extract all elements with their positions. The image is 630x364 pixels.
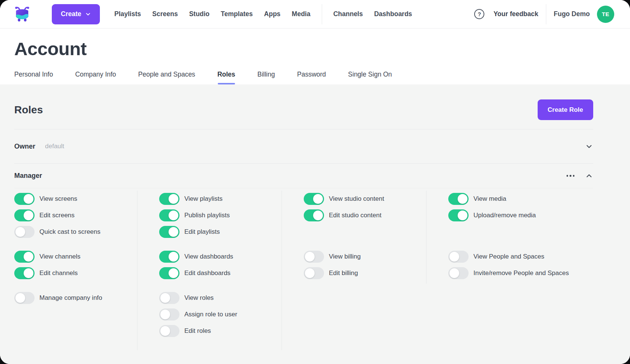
permission-edit-studio-content[interactable]: Edit studio content: [304, 207, 426, 224]
toggle-view-billing[interactable]: [304, 251, 324, 263]
your-feedback-link[interactable]: Your feedback: [493, 10, 538, 18]
role-default-badge: default: [45, 143, 64, 150]
toggle-knob: [449, 252, 459, 262]
nav-divider: [546, 4, 546, 24]
permission-quick-cast-to-screens[interactable]: Quick cast to screens: [14, 224, 137, 240]
permission-view-screens[interactable]: View screens: [14, 191, 137, 207]
toggle-view-media[interactable]: [448, 193, 469, 205]
toggle-view-people-and-spaces[interactable]: [448, 251, 469, 263]
permission-group: View People and Spaces Invite/remove Peo…: [448, 248, 593, 281]
toggle-knob: [313, 194, 323, 204]
workspace-name[interactable]: Fugo Demo: [554, 10, 590, 18]
toggle-view-studio-content[interactable]: [304, 193, 324, 205]
tab-password[interactable]: Password: [297, 71, 326, 84]
role-row-owner[interactable]: Owner default: [14, 129, 593, 163]
page-header: Account Personal InfoCompany InfoPeople …: [0, 29, 630, 84]
tab-people-and-spaces[interactable]: People and Spaces: [138, 71, 195, 84]
permission-label: Edit billing: [329, 269, 358, 277]
permission-view-people-and-spaces[interactable]: View People and Spaces: [448, 248, 593, 265]
permission-column-4: View media Upload/remove media View Peop…: [426, 191, 593, 350]
permission-group: View channels Edit channels: [14, 248, 137, 281]
toggle-edit-studio-content[interactable]: [304, 209, 324, 221]
more-options-icon[interactable]: [566, 173, 576, 179]
permission-edit-playlists[interactable]: Edit playlists: [159, 224, 282, 240]
nav-divider: [322, 4, 322, 24]
nav-link-apps[interactable]: Apps: [264, 10, 280, 18]
toggle-view-dashboards[interactable]: [159, 251, 179, 263]
permission-edit-billing[interactable]: Edit billing: [304, 265, 426, 281]
toggle-assign-role-to-user[interactable]: [159, 308, 179, 320]
permission-edit-roles[interactable]: Edit roles: [159, 323, 282, 339]
permission-view-playlists[interactable]: View playlists: [159, 191, 282, 207]
toggle-knob: [313, 211, 323, 220]
toggle-view-screens[interactable]: [14, 193, 35, 205]
toggle-upload-remove-media[interactable]: [448, 209, 469, 221]
avatar[interactable]: TE: [597, 6, 614, 23]
toggle-quick-cast-to-screens[interactable]: [14, 226, 35, 238]
tab-billing[interactable]: Billing: [258, 71, 275, 84]
toggle-view-roles[interactable]: [159, 292, 179, 304]
toggle-edit-playlists[interactable]: [159, 226, 179, 238]
nav-link-channels[interactable]: Channels: [333, 10, 363, 18]
chevron-down-icon: [85, 11, 91, 17]
permission-view-billing[interactable]: View billing: [304, 248, 426, 265]
page-title: Account: [14, 38, 616, 59]
nav-link-playlists[interactable]: Playlists: [114, 10, 141, 18]
permission-view-media[interactable]: View media: [448, 191, 593, 207]
create-role-button[interactable]: Create Role: [538, 99, 593, 120]
nav-link-studio[interactable]: Studio: [189, 10, 209, 18]
tab-roles[interactable]: Roles: [217, 71, 235, 84]
permission-view-roles[interactable]: View roles: [159, 290, 282, 306]
permission-invite-remove-people-and-spaces[interactable]: Invite/remove People and Spaces: [448, 265, 593, 281]
role-name: Manager: [14, 172, 42, 180]
toggle-edit-screens[interactable]: [14, 209, 35, 221]
permission-label: Publish playlists: [184, 212, 230, 219]
toggle-publish-playlists[interactable]: [159, 209, 179, 221]
permission-publish-playlists[interactable]: Publish playlists: [159, 207, 282, 224]
chevron-up-icon[interactable]: [585, 172, 593, 180]
permission-group: View studio content Edit studio content: [304, 191, 426, 240]
permission-view-studio-content[interactable]: View studio content: [304, 191, 426, 207]
permission-assign-role-to-user[interactable]: Assign role to user: [159, 306, 282, 323]
toggle-edit-billing[interactable]: [304, 267, 324, 279]
permission-label: Upload/remove media: [473, 212, 536, 219]
permission-column-2: View playlists Publish playlists Edit pl…: [137, 191, 282, 350]
toggle-knob: [305, 252, 315, 262]
permission-edit-dashboards[interactable]: Edit dashboards: [159, 265, 282, 281]
tab-company-info[interactable]: Company Info: [75, 71, 116, 84]
toggle-manage-company-info[interactable]: [14, 292, 35, 304]
permission-label: Edit playlists: [184, 228, 220, 236]
permission-group: View playlists Publish playlists Edit pl…: [159, 191, 282, 240]
toggle-edit-channels[interactable]: [14, 267, 35, 279]
tab-single-sign-on[interactable]: Single Sign On: [348, 71, 392, 84]
toggle-edit-roles[interactable]: [159, 325, 179, 337]
nav-link-screens[interactable]: Screens: [152, 10, 178, 18]
account-tabs: Personal InfoCompany InfoPeople and Spac…: [14, 71, 616, 84]
permission-upload-remove-media[interactable]: Upload/remove media: [448, 207, 593, 224]
permission-view-dashboards[interactable]: View dashboards: [159, 248, 282, 265]
permission-group: Manage company info: [14, 290, 137, 306]
toggle-invite-remove-people-and-spaces[interactable]: [448, 267, 469, 279]
create-button[interactable]: Create: [52, 4, 100, 24]
tab-personal-info[interactable]: Personal Info: [14, 71, 53, 84]
permission-label: Assign role to user: [184, 311, 237, 318]
toggle-edit-dashboards[interactable]: [159, 267, 179, 279]
help-icon[interactable]: ?: [474, 9, 484, 19]
create-button-label: Create: [61, 10, 81, 18]
permission-label: Invite/remove People and Spaces: [473, 269, 569, 277]
role-panel-manager: Manager View screens Edit screens Quick …: [14, 163, 593, 350]
role-row-manager[interactable]: Manager: [14, 164, 593, 188]
nav-link-media[interactable]: Media: [292, 10, 310, 18]
toggle-view-channels[interactable]: [14, 251, 35, 263]
role-name: Owner: [14, 143, 35, 150]
permission-manage-company-info[interactable]: Manage company info: [14, 290, 137, 306]
fugo-logo-icon[interactable]: [14, 6, 31, 23]
chevron-down-icon[interactable]: [585, 142, 593, 150]
permission-edit-screens[interactable]: Edit screens: [14, 207, 137, 224]
nav-link-dashboards[interactable]: Dashboards: [374, 10, 412, 18]
permission-view-channels[interactable]: View channels: [14, 248, 137, 265]
toggle-view-playlists[interactable]: [159, 193, 179, 205]
nav-links-main: PlaylistsScreensStudioTemplatesAppsMedia: [114, 10, 310, 18]
permission-edit-channels[interactable]: Edit channels: [14, 265, 137, 281]
nav-link-templates[interactable]: Templates: [221, 10, 253, 18]
